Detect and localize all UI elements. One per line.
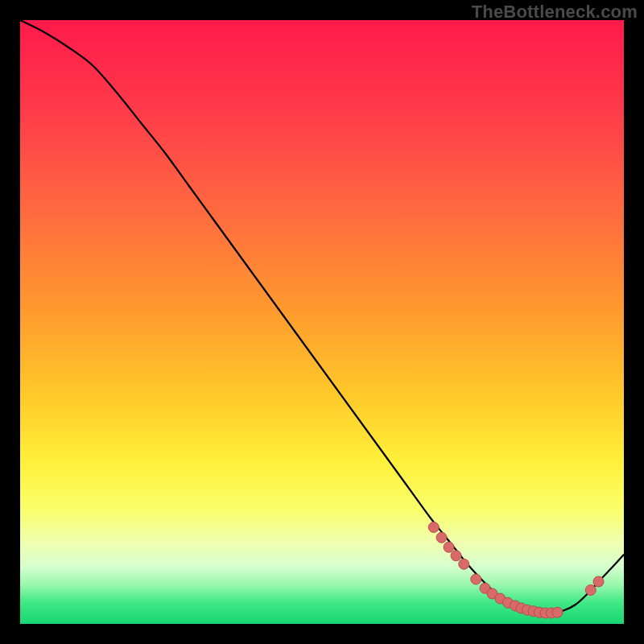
marker-dot: [552, 607, 563, 617]
chart-frame: TheBottleneck.com: [0, 0, 644, 644]
marker-dot: [593, 576, 604, 587]
marker-dot: [459, 559, 469, 569]
marker-dot: [471, 574, 481, 584]
marker-dot: [451, 551, 461, 561]
plot-area: [20, 20, 624, 624]
marker-dot: [428, 522, 439, 533]
marker-dot: [444, 542, 454, 552]
chart-svg: [20, 20, 624, 624]
marker-dot: [436, 532, 447, 543]
gradient-background: [20, 20, 624, 624]
marker-dot: [585, 585, 596, 596]
